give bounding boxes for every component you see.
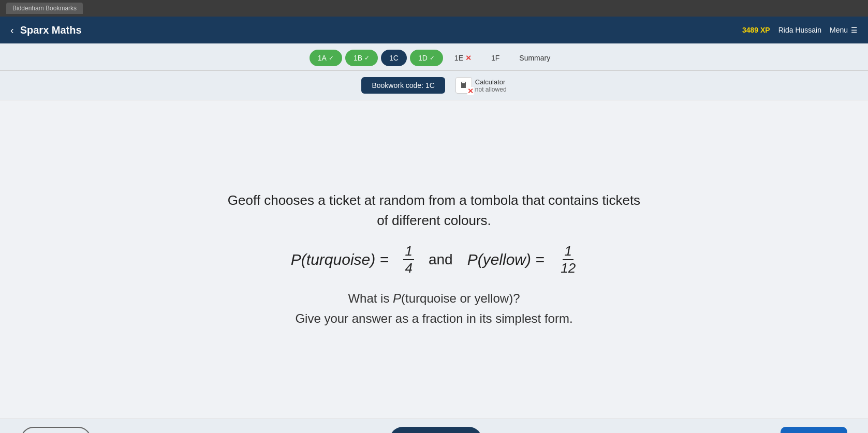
tab-1C-label: 1C — [389, 54, 399, 62]
math-equation: P(turquoise) = 1 4 and P(yellow) = 1 12 — [291, 243, 577, 276]
tab-bar: 1A ✓ 1B ✓ 1C 1D ✓ 1E ✕ 1F Summary — [0, 43, 868, 71]
tab-summary[interactable]: Summary — [511, 50, 558, 66]
math-connector: and — [429, 251, 453, 268]
browser-tab[interactable]: Biddenham Bookmarks — [6, 3, 83, 14]
back-button[interactable]: ‹ — [10, 24, 14, 36]
sub-question: What is P(turquoise or yellow)? Give you… — [295, 289, 572, 329]
tab-1E-label: 1E — [454, 54, 463, 62]
fraction-1-4: 1 4 — [403, 243, 414, 276]
tab-1C[interactable]: 1C — [381, 50, 407, 66]
sub-q1: What is P(turquoise or yellow)? — [295, 289, 572, 308]
calculator-status: not allowed — [475, 86, 507, 93]
tab-1A[interactable]: 1A ✓ — [310, 50, 342, 66]
math-p-yellow: P(yellow) = — [467, 251, 549, 268]
watch-video-button[interactable]: ▶▮ Watch video — [390, 427, 481, 434]
calc-not-allowed-icon: ✕ — [467, 87, 474, 95]
tab-1B-check-icon: ✓ — [364, 54, 370, 62]
math-p-turquoise: P(turquoise) = — [291, 251, 393, 268]
main-content: Geoff chooses a ticket at random from a … — [0, 100, 868, 419]
tab-1E[interactable]: 1E ✕ — [446, 50, 480, 66]
question-line1: Geoff chooses a ticket at random from a … — [228, 190, 640, 211]
hamburger-icon: ☰ — [851, 26, 858, 34]
fraction-1-12: 1 12 — [559, 243, 577, 276]
bookwork-bar: Bookwork code: 1C 🖩 ✕ Calculator not all… — [0, 71, 868, 100]
header-right: 3489 XP Rida Hussain Menu ☰ — [742, 26, 858, 34]
tab-1F-label: 1F — [491, 54, 499, 62]
tab-1E-x-icon: ✕ — [465, 54, 472, 62]
question-text: Geoff chooses a ticket at random from a … — [228, 190, 640, 231]
tab-summary-label: Summary — [519, 54, 550, 62]
calculator-icon: 🖩 ✕ — [455, 77, 472, 94]
question-line2: of different colours. — [228, 211, 640, 231]
menu-label: Menu — [830, 26, 848, 34]
frac1-denominator: 4 — [403, 260, 414, 276]
sub-q2: Give your answer as a fraction in its si… — [295, 309, 572, 329]
tab-1A-label: 1A — [318, 54, 327, 62]
calculator-label: Calculator — [475, 78, 507, 86]
calculator-badge: 🖩 ✕ Calculator not allowed — [455, 77, 507, 94]
bottom-bar: ‹ Previous ▶▮ Watch video Answer — [0, 419, 868, 433]
xp-display: 3489 XP — [742, 26, 770, 34]
bookwork-code-badge: Bookwork code: 1C — [361, 77, 445, 94]
tab-1D-check-icon: ✓ — [430, 54, 435, 62]
answer-button[interactable]: Answer — [781, 427, 847, 433]
previous-button[interactable]: ‹ Previous — [21, 427, 91, 434]
calculator-status-container: Calculator not allowed — [475, 78, 507, 93]
frac2-numerator: 1 — [563, 243, 573, 260]
tab-1D[interactable]: 1D ✓ — [410, 50, 443, 66]
tab-1B-label: 1B — [354, 54, 362, 62]
app-title: Sparx Maths — [20, 24, 82, 36]
question-area: Geoff chooses a ticket at random from a … — [228, 113, 640, 406]
browser-bar: Biddenham Bookmarks — [0, 0, 868, 17]
calc-symbol: 🖩 — [460, 81, 468, 90]
tab-1D-label: 1D — [418, 54, 428, 62]
tab-1B[interactable]: 1B ✓ — [345, 50, 378, 66]
username-display: Rida Hussain — [778, 26, 821, 34]
tab-1A-check-icon: ✓ — [329, 54, 334, 62]
header: ‹ Sparx Maths 3489 XP Rida Hussain Menu … — [0, 17, 868, 43]
frac2-denominator: 12 — [559, 260, 577, 276]
menu-button[interactable]: Menu ☰ — [830, 26, 858, 34]
frac1-numerator: 1 — [403, 243, 414, 260]
tab-1F[interactable]: 1F — [483, 50, 508, 66]
